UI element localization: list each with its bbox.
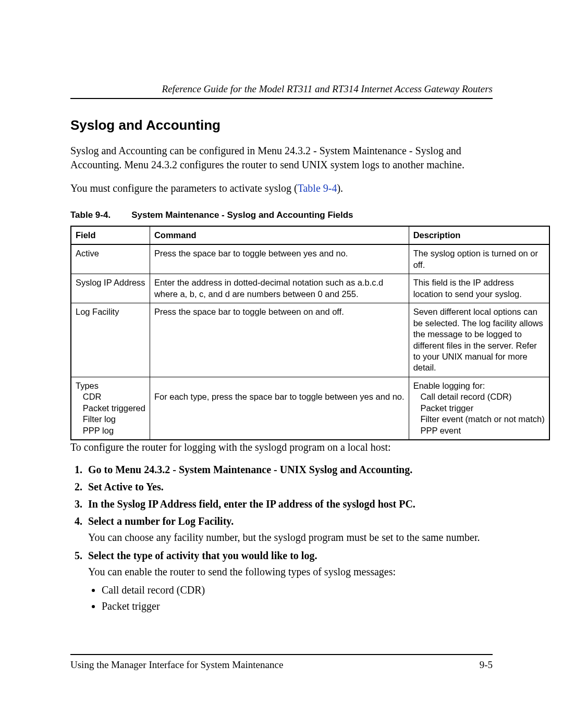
table-header-row: Field Command Description xyxy=(71,226,549,244)
intro-paragraph-1: Syslog and Accounting can be configured … xyxy=(70,144,493,172)
bullet-packet-trigger: Packet trigger xyxy=(102,600,493,612)
para2-pre: You must configure the parameters to act… xyxy=(70,182,298,194)
table-title: System Maintenance - Syslog and Accounti… xyxy=(131,210,353,220)
steps-list: Go to Menu 24.3.2 - System Maintenance -… xyxy=(70,464,493,612)
section-heading: Syslog and Accounting xyxy=(70,117,493,133)
cell-command: Enter the address in dotted-decimal nota… xyxy=(150,274,409,303)
syslog-fields-table: Field Command Description Active Press t… xyxy=(70,226,550,440)
page: Reference Guide for the Model RT311 and … xyxy=(0,0,563,728)
cell-command: Press the space bar to toggle between on… xyxy=(150,303,409,377)
cell-field: Log Facility xyxy=(71,303,150,377)
cell-description: Seven different local options can be sel… xyxy=(409,303,549,377)
step-1-text: Go to Menu 24.3.2 - System Maintenance -… xyxy=(88,464,412,475)
table-xref-link[interactable]: Table 9-4 xyxy=(298,182,337,194)
cell-field: Syslog IP Address xyxy=(71,274,150,303)
intro-paragraph-2: You must configure the parameters to act… xyxy=(70,181,493,195)
cell-command: Press the space bar to toggle between ye… xyxy=(150,244,409,274)
bullet-cdr: Call detail record (CDR) xyxy=(102,584,493,596)
config-intro: To configure the router for logging with… xyxy=(70,440,493,454)
footer-section-title: Using the Manager Interface for System M… xyxy=(70,659,283,671)
step-4-sub: You can choose any facility number, but … xyxy=(88,532,493,544)
table-row: Log Facility Press the space bar to togg… xyxy=(71,303,549,377)
step-2-text: Set Active to Yes. xyxy=(88,481,164,492)
footer-page-number: 9-5 xyxy=(480,659,493,671)
table-row: Types CDR Packet triggered Filter log PP… xyxy=(71,377,549,440)
cell-field: Types CDR Packet triggered Filter log PP… xyxy=(71,377,150,440)
step-4: Select a number for Log Facility. You ca… xyxy=(85,515,493,544)
step-5-sub: You can enable the router to send the fo… xyxy=(88,566,493,578)
step-5-bullets: Call detail record (CDR) Packet trigger xyxy=(88,584,493,612)
table-caption: Table 9-4.System Maintenance - Syslog an… xyxy=(70,210,493,220)
step-5: Select the type of activity that you wou… xyxy=(85,550,493,612)
th-field: Field xyxy=(71,226,150,244)
cell-description: Enable logging for: Call detail record (… xyxy=(409,377,549,440)
para2-post: ). xyxy=(337,182,343,194)
th-description: Description xyxy=(409,226,549,244)
step-1: Go to Menu 24.3.2 - System Maintenance -… xyxy=(85,464,493,476)
step-5-text: Select the type of activity that you wou… xyxy=(88,550,317,561)
cell-description: This field is the IP address location to… xyxy=(409,274,549,303)
step-2: Set Active to Yes. xyxy=(85,481,493,493)
cell-description: The syslog option is turned on or off. xyxy=(409,244,549,274)
page-footer: Using the Manager Interface for System M… xyxy=(70,654,493,671)
step-4-text: Select a number for Log Facility. xyxy=(88,515,234,527)
table-row: Active Press the space bar to toggle bet… xyxy=(71,244,549,274)
table-row: Syslog IP Address Enter the address in d… xyxy=(71,274,549,303)
step-3-text: In the Syslog IP Address field, enter th… xyxy=(88,498,415,510)
step-3: In the Syslog IP Address field, enter th… xyxy=(85,498,493,510)
table-label: Table 9-4. xyxy=(70,210,111,220)
running-header: Reference Guide for the Model RT311 and … xyxy=(70,83,493,99)
th-command: Command xyxy=(150,226,409,244)
cell-field: Active xyxy=(71,244,150,274)
cell-command: For each type, press the space bar to to… xyxy=(150,377,409,440)
